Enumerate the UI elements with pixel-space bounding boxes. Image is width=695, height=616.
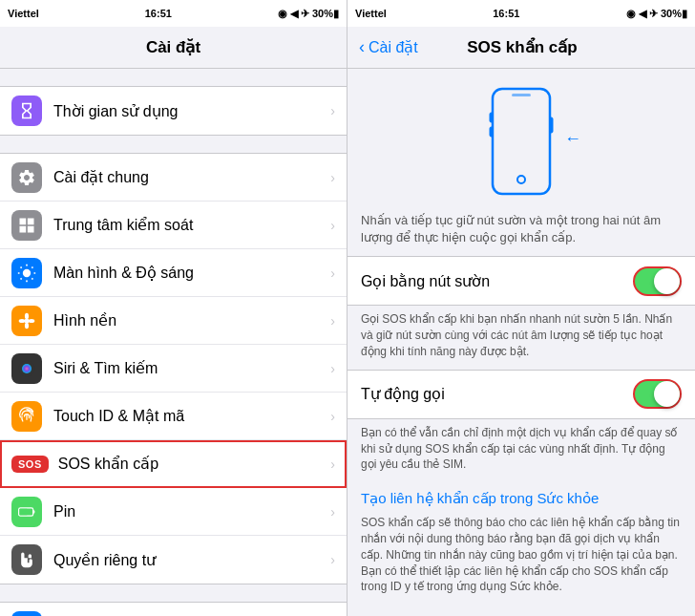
svg-point-2 [25, 312, 29, 319]
chevron-icon: › [330, 313, 335, 329]
svg-point-5 [29, 318, 35, 322]
settings-item-itunes[interactable]: iTunes & App Store › [0, 603, 347, 616]
toggle-description-2: Bạn có thể vẫn cần chỉ định một dịch vụ … [348, 419, 695, 482]
section-3: iTunes & App Store › [0, 602, 347, 616]
section-gap-3 [0, 584, 347, 602]
health-description-text: SOS khẩn cấp sẽ thông báo cho các liên h… [361, 516, 680, 593]
back-button[interactable]: ‹ Cài đặt [359, 37, 418, 57]
phone-illustration: ← [348, 69, 695, 206]
gear-icon [11, 162, 42, 193]
chevron-icon: › [330, 504, 335, 520]
svg-point-4 [19, 318, 26, 322]
chevron-icon: › [330, 170, 335, 185]
health-link-text[interactable]: Tạo liên hệ khẩn cấp trong Sức khỏe [361, 490, 599, 506]
settings-item-cai-dat-chung[interactable]: Cài đặt chung › [0, 154, 347, 202]
svg-rect-15 [490, 113, 493, 122]
right-nav-title: SOS khẩn cấp [418, 37, 626, 57]
health-link-container: Tạo liên hệ khẩn cấp trong Sức khỏe [348, 482, 695, 511]
settings-item-quyen-rieng-tu[interactable]: Quyền riêng tư › [0, 536, 347, 584]
right-status-bar: Viettel 16:51 ◉ ◀ ✈ 30%▮ [348, 0, 695, 27]
svg-rect-9 [20, 508, 28, 515]
left-panel: Viettel 16:51 ◉ ◀ ✈ 30%▮ Cài đặt Thời gi… [0, 0, 348, 616]
toggle-label-goi-but-suon: Gọi bằng nút sườn [361, 272, 633, 290]
battery-icon [11, 497, 42, 527]
settings-item-thoi-gian[interactable]: Thời gian sử dụng › [0, 87, 347, 135]
chevron-icon: › [330, 552, 335, 567]
left-status-bar: Viettel 16:51 ◉ ◀ ✈ 30%▮ [0, 0, 347, 27]
grid-icon [11, 210, 42, 241]
section-1: Thời gian sử dụng › [0, 86, 347, 136]
health-description: SOS khẩn cấp sẽ thông báo cho các liên h… [348, 511, 695, 599]
svg-point-0 [23, 268, 31, 276]
back-label: Cài đặt [369, 38, 418, 56]
chevron-icon: › [330, 103, 335, 118]
section-gap-1 [0, 69, 347, 86]
appstore-icon [11, 611, 42, 616]
svg-point-7 [22, 364, 32, 373]
item-label-quyen-rieng-tu: Quyền riêng tư [53, 551, 330, 569]
toggle-desc-1-text: Gọi SOS khẩn cấp khi bạn nhấn nhanh nút … [361, 312, 672, 358]
left-status-icons: ◉ ◀ ✈ 30%▮ [278, 8, 339, 20]
settings-item-siri[interactable]: Siri & Tìm kiếm › [0, 345, 347, 393]
toggle-row-1: Gọi bằng nút sườn [348, 257, 695, 305]
fingerprint-icon [11, 401, 42, 432]
svg-point-3 [25, 322, 29, 329]
right-nav-header: ‹ Cài đặt SOS khẩn cấp [348, 27, 695, 69]
item-label-pin: Pin [53, 503, 330, 520]
item-label-cai-dat-chung: Cài đặt chung [53, 168, 330, 186]
toggle-tu-dong-goi[interactable] [633, 379, 682, 409]
item-label-siri: Siri & Tìm kiếm [53, 359, 330, 377]
hand-icon [11, 544, 42, 575]
settings-item-touch-id[interactable]: Touch ID & Mật mã › [0, 393, 347, 440]
section-2: Cài đặt chung › Trung tâm kiểm soát › Mà… [0, 153, 347, 584]
svg-rect-16 [490, 127, 493, 137]
toggle-section-1: Gọi bằng nút sườn [348, 256, 695, 306]
item-label-touch-id: Touch ID & Mật mã [53, 407, 330, 425]
chevron-icon: › [330, 457, 335, 472]
right-carrier: Viettel [355, 8, 387, 19]
flower-icon [11, 306, 42, 336]
toggle-desc-2-text: Bạn có thể vẫn cần chỉ định một dịch vụ … [361, 426, 677, 472]
chevron-icon: › [330, 409, 335, 424]
chevron-icon: › [330, 218, 335, 233]
left-time: 16:51 [145, 8, 172, 19]
toggle-label-tu-dong-goi: Tự động gọi [361, 385, 633, 403]
arrow-indicator-icon: ← [564, 129, 581, 149]
svg-rect-14 [550, 117, 553, 133]
toggle-section-2: Tự động gọi [348, 370, 695, 419]
sos-badge-icon: SOS [11, 456, 49, 473]
item-label-thoi-gian: Thời gian sử dụng [53, 102, 330, 120]
chevron-icon: › [330, 266, 335, 281]
left-nav-title: Cài đặt [146, 37, 200, 57]
toggle-description-1: Gọi SOS khẩn cấp khi bạn nhấn nhanh nút … [348, 306, 695, 369]
item-label-hinh-nen: Hình nền [53, 311, 330, 329]
phone-svg [488, 84, 555, 199]
svg-rect-13 [512, 94, 531, 96]
settings-list: Thời gian sử dụng › Cài đặt chung › Trun… [0, 69, 347, 616]
brightness-icon [11, 258, 42, 288]
toggle-row-2: Tự động gọi [348, 371, 695, 418]
siri-icon [11, 353, 42, 384]
back-chevron-icon: ‹ [359, 37, 365, 57]
settings-item-sos[interactable]: SOS SOS khẩn cấp › [0, 440, 347, 488]
instruction-text-content: Nhấn và tiếp tục giữ nút sườn và một tro… [361, 213, 661, 244]
left-nav-header: Cài đặt [0, 27, 347, 69]
svg-rect-11 [493, 89, 550, 194]
left-carrier: Viettel [8, 8, 39, 19]
section-gap-2 [0, 136, 347, 153]
hourglass-icon [11, 96, 42, 126]
toggle-goi-but-suon[interactable] [633, 266, 682, 296]
settings-item-trung-tam[interactable]: Trung tâm kiểm soát › [0, 202, 347, 249]
svg-point-12 [517, 176, 525, 183]
settings-item-pin[interactable]: Pin › [0, 488, 347, 536]
instruction-text: Nhấn và tiếp tục giữ nút sườn và một tro… [348, 206, 695, 256]
right-status-icons: ◉ ◀ ✈ 30%▮ [626, 8, 687, 20]
settings-item-man-hinh[interactable]: Màn hình & Độ sáng › [0, 249, 347, 297]
right-panel: Viettel 16:51 ◉ ◀ ✈ 30%▮ ‹ Cài đặt SOS k… [348, 0, 695, 616]
settings-item-hinh-nen[interactable]: Hình nền › [0, 297, 347, 345]
phone-arrow-container: ← [488, 84, 555, 199]
item-label-trung-tam: Trung tâm kiểm soát [53, 216, 330, 234]
right-content: ← Nhấn và tiếp tục giữ nút sườn và một t… [348, 69, 695, 616]
chevron-icon: › [330, 361, 335, 376]
item-label-man-hinh: Màn hình & Độ sáng [53, 264, 330, 282]
